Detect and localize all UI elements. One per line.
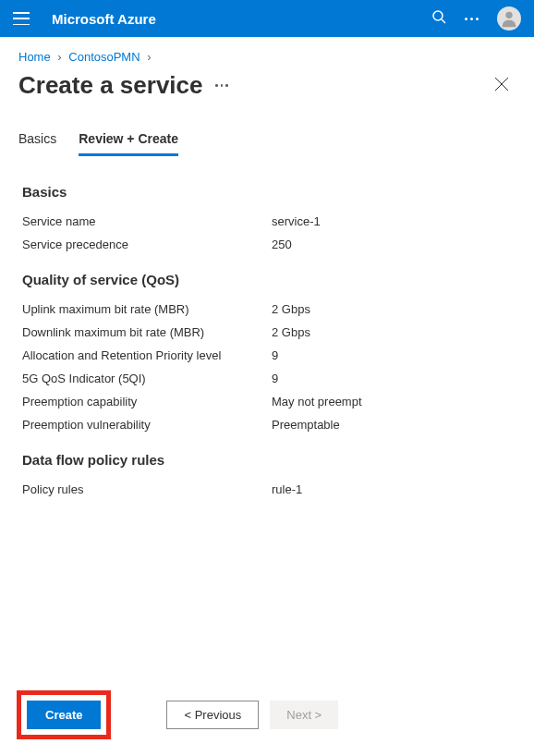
hamburger-menu-icon[interactable] [13,12,30,25]
field-value: 2 Gbps [272,325,310,339]
section-qos-title: Quality of service (QoS) [22,272,512,287]
footer: Create < Previous Next > [0,674,534,756]
field-value: rule-1 [272,482,302,496]
field-label: Allocation and Retention Priority level [22,348,272,362]
field-value: 9 [272,348,278,362]
close-icon[interactable] [488,74,516,98]
field-value: Preemptable [272,418,340,432]
field-row: 5G QoS Indicator (5QI) 9 [22,372,512,385]
brand-title: Microsoft Azure [52,11,156,27]
breadcrumb: Home › ContosoPMN › [0,37,534,69]
page-header: Create a service [0,69,534,111]
section-basics-title: Basics [22,184,512,200]
field-row: Service precedence 250 [22,238,512,251]
field-row: Downlink maximum bit rate (MBR) 2 Gbps [22,325,512,339]
top-bar: Microsoft Azure [0,0,534,37]
content: Basics Service name service-1 Service pr… [0,156,534,496]
field-row: Uplink maximum bit rate (MBR) 2 Gbps [22,302,512,316]
svg-point-0 [433,11,443,20]
previous-button[interactable]: < Previous [166,701,259,729]
field-label: Service precedence [22,238,272,251]
field-row: Preemption capability May not preempt [22,395,512,408]
field-row: Preemption vulnerability Preemptable [22,418,512,432]
field-value: 9 [272,372,278,385]
field-value: 2 Gbps [272,302,310,316]
field-label: 5G QoS Indicator (5QI) [22,372,272,385]
chevron-right-icon: › [147,50,151,64]
field-value: 250 [272,238,292,251]
field-label: Preemption vulnerability [22,418,272,432]
create-button-highlight: Create [17,690,111,739]
tab-basics[interactable]: Basics [18,131,56,156]
next-button: Next > [270,701,338,729]
field-label: Service name [22,214,272,228]
section-rules-title: Data flow policy rules [22,452,512,468]
field-label: Downlink maximum bit rate (MBR) [22,325,272,339]
field-row: Service name service-1 [22,214,512,228]
breadcrumb-home[interactable]: Home [18,50,51,64]
page-more-icon[interactable] [215,84,228,87]
page-title: Create a service [18,71,202,100]
field-label: Uplink maximum bit rate (MBR) [22,302,272,316]
svg-line-1 [442,19,445,23]
field-label: Preemption capability [22,395,272,408]
breadcrumb-resource[interactable]: ContosoPMN [68,50,140,64]
field-row: Allocation and Retention Priority level … [22,348,512,362]
field-value: service-1 [272,214,321,228]
chevron-right-icon: › [57,50,61,64]
svg-point-2 [505,12,512,18]
avatar[interactable] [497,6,521,30]
field-value: May not preempt [272,395,362,408]
tab-review-create[interactable]: Review + Create [79,131,178,156]
field-label: Policy rules [22,482,272,496]
field-row: Policy rules rule-1 [22,482,512,496]
tabs: Basics Review + Create [0,111,534,156]
create-button[interactable]: Create [27,701,101,729]
search-icon[interactable] [431,9,446,28]
more-icon[interactable] [465,18,479,20]
